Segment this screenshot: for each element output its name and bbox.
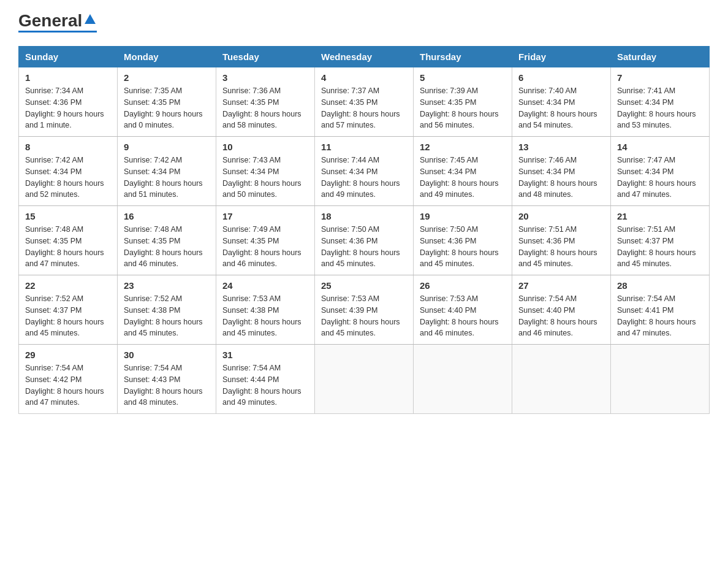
table-row: 20 Sunrise: 7:51 AMSunset: 4:36 PMDaylig… <box>512 206 611 275</box>
day-number: 13 <box>518 142 604 152</box>
table-row: 7 Sunrise: 7:41 AMSunset: 4:34 PMDayligh… <box>611 67 710 137</box>
day-info: Sunrise: 7:51 AMSunset: 4:36 PMDaylight:… <box>518 225 597 268</box>
col-thursday: Thursday <box>414 47 512 67</box>
table-row: 28 Sunrise: 7:54 AMSunset: 4:41 PMDaylig… <box>611 275 710 345</box>
day-info: Sunrise: 7:46 AMSunset: 4:34 PMDaylight:… <box>518 156 597 199</box>
day-info: Sunrise: 7:34 AMSunset: 4:36 PMDaylight:… <box>25 86 104 129</box>
col-tuesday: Tuesday <box>216 47 315 67</box>
table-row <box>414 345 512 414</box>
col-monday: Monday <box>118 47 216 67</box>
table-row: 15 Sunrise: 7:48 AMSunset: 4:35 PMDaylig… <box>19 206 118 275</box>
day-info: Sunrise: 7:53 AMSunset: 4:38 PMDaylight:… <box>222 294 301 337</box>
table-row: 27 Sunrise: 7:54 AMSunset: 4:40 PMDaylig… <box>512 275 611 345</box>
day-number: 26 <box>420 280 506 291</box>
day-info: Sunrise: 7:53 AMSunset: 4:39 PMDaylight:… <box>321 294 400 337</box>
col-friday: Friday <box>512 47 611 67</box>
table-row: 10 Sunrise: 7:43 AMSunset: 4:34 PMDaylig… <box>216 137 315 206</box>
day-number: 9 <box>124 142 210 152</box>
table-row: 26 Sunrise: 7:53 AMSunset: 4:40 PMDaylig… <box>414 275 512 345</box>
day-info: Sunrise: 7:41 AMSunset: 4:34 PMDaylight:… <box>617 86 696 129</box>
col-sunday: Sunday <box>19 47 118 67</box>
day-info: Sunrise: 7:50 AMSunset: 4:36 PMDaylight:… <box>321 225 400 268</box>
calendar-week-row: 15 Sunrise: 7:48 AMSunset: 4:35 PMDaylig… <box>19 206 710 275</box>
table-row: 9 Sunrise: 7:42 AMSunset: 4:34 PMDayligh… <box>118 137 216 206</box>
logo-triangle-icon <box>83 13 97 26</box>
day-number: 31 <box>222 350 308 360</box>
day-info: Sunrise: 7:52 AMSunset: 4:37 PMDaylight:… <box>25 294 104 337</box>
day-number: 6 <box>518 72 604 83</box>
day-info: Sunrise: 7:39 AMSunset: 4:35 PMDaylight:… <box>420 86 499 129</box>
table-row: 13 Sunrise: 7:46 AMSunset: 4:34 PMDaylig… <box>512 137 611 206</box>
day-number: 18 <box>321 211 407 221</box>
day-number: 8 <box>25 142 111 152</box>
day-info: Sunrise: 7:50 AMSunset: 4:36 PMDaylight:… <box>420 225 499 268</box>
day-number: 30 <box>124 350 210 360</box>
day-number: 3 <box>222 72 308 83</box>
table-row <box>512 345 611 414</box>
day-number: 12 <box>420 142 506 152</box>
day-number: 25 <box>321 280 407 291</box>
calendar-week-row: 1 Sunrise: 7:34 AMSunset: 4:36 PMDayligh… <box>19 67 710 137</box>
day-number: 11 <box>321 142 407 152</box>
day-info: Sunrise: 7:36 AMSunset: 4:35 PMDaylight:… <box>222 86 301 129</box>
day-number: 16 <box>124 211 210 221</box>
day-info: Sunrise: 7:35 AMSunset: 4:35 PMDaylight:… <box>124 86 203 129</box>
table-row: 29 Sunrise: 7:54 AMSunset: 4:42 PMDaylig… <box>19 345 118 414</box>
col-saturday: Saturday <box>611 47 710 67</box>
day-number: 4 <box>321 72 407 83</box>
day-info: Sunrise: 7:54 AMSunset: 4:41 PMDaylight:… <box>617 294 696 337</box>
table-row: 2 Sunrise: 7:35 AMSunset: 4:35 PMDayligh… <box>118 67 216 137</box>
day-info: Sunrise: 7:42 AMSunset: 4:34 PMDaylight:… <box>25 156 104 199</box>
day-number: 7 <box>617 72 703 83</box>
day-info: Sunrise: 7:49 AMSunset: 4:35 PMDaylight:… <box>222 225 301 268</box>
page-header: General <box>18 12 710 34</box>
table-row: 1 Sunrise: 7:34 AMSunset: 4:36 PMDayligh… <box>19 67 118 137</box>
day-info: Sunrise: 7:53 AMSunset: 4:40 PMDaylight:… <box>420 294 499 337</box>
day-number: 21 <box>617 211 703 221</box>
day-number: 23 <box>124 280 210 291</box>
table-row: 17 Sunrise: 7:49 AMSunset: 4:35 PMDaylig… <box>216 206 315 275</box>
table-row: 11 Sunrise: 7:44 AMSunset: 4:34 PMDaylig… <box>315 137 414 206</box>
table-row: 23 Sunrise: 7:52 AMSunset: 4:38 PMDaylig… <box>118 275 216 345</box>
day-info: Sunrise: 7:42 AMSunset: 4:34 PMDaylight:… <box>124 156 203 199</box>
day-info: Sunrise: 7:54 AMSunset: 4:42 PMDaylight:… <box>25 364 104 407</box>
table-row: 8 Sunrise: 7:42 AMSunset: 4:34 PMDayligh… <box>19 137 118 206</box>
table-row: 30 Sunrise: 7:54 AMSunset: 4:43 PMDaylig… <box>118 345 216 414</box>
day-number: 1 <box>25 72 111 83</box>
day-number: 19 <box>420 211 506 221</box>
table-row: 5 Sunrise: 7:39 AMSunset: 4:35 PMDayligh… <box>414 67 512 137</box>
day-number: 29 <box>25 350 111 360</box>
logo-divider <box>18 31 97 33</box>
day-number: 14 <box>617 142 703 152</box>
day-info: Sunrise: 7:48 AMSunset: 4:35 PMDaylight:… <box>124 225 203 268</box>
day-number: 20 <box>518 211 604 221</box>
table-row <box>315 345 414 414</box>
day-number: 22 <box>25 280 111 291</box>
table-row: 31 Sunrise: 7:54 AMSunset: 4:44 PMDaylig… <box>216 345 315 414</box>
table-row: 16 Sunrise: 7:48 AMSunset: 4:35 PMDaylig… <box>118 206 216 275</box>
table-row <box>611 345 710 414</box>
day-number: 10 <box>222 142 308 152</box>
day-info: Sunrise: 7:37 AMSunset: 4:35 PMDaylight:… <box>321 86 400 129</box>
table-row: 22 Sunrise: 7:52 AMSunset: 4:37 PMDaylig… <box>19 275 118 345</box>
table-row: 12 Sunrise: 7:45 AMSunset: 4:34 PMDaylig… <box>414 137 512 206</box>
table-row: 19 Sunrise: 7:50 AMSunset: 4:36 PMDaylig… <box>414 206 512 275</box>
table-row: 25 Sunrise: 7:53 AMSunset: 4:39 PMDaylig… <box>315 275 414 345</box>
table-row: 6 Sunrise: 7:40 AMSunset: 4:34 PMDayligh… <box>512 67 611 137</box>
calendar-week-row: 8 Sunrise: 7:42 AMSunset: 4:34 PMDayligh… <box>19 137 710 206</box>
day-info: Sunrise: 7:54 AMSunset: 4:44 PMDaylight:… <box>222 364 301 407</box>
calendar-header-row: Sunday Monday Tuesday Wednesday Thursday… <box>19 47 710 67</box>
col-wednesday: Wednesday <box>315 47 414 67</box>
day-info: Sunrise: 7:40 AMSunset: 4:34 PMDaylight:… <box>518 86 597 129</box>
table-row: 14 Sunrise: 7:47 AMSunset: 4:34 PMDaylig… <box>611 137 710 206</box>
table-row: 24 Sunrise: 7:53 AMSunset: 4:38 PMDaylig… <box>216 275 315 345</box>
day-number: 5 <box>420 72 506 83</box>
day-info: Sunrise: 7:44 AMSunset: 4:34 PMDaylight:… <box>321 156 400 199</box>
day-info: Sunrise: 7:54 AMSunset: 4:40 PMDaylight:… <box>518 294 597 337</box>
calendar-table: Sunday Monday Tuesday Wednesday Thursday… <box>18 46 710 414</box>
day-number: 24 <box>222 280 308 291</box>
day-info: Sunrise: 7:47 AMSunset: 4:34 PMDaylight:… <box>617 156 696 199</box>
logo-general-text: General <box>18 12 82 29</box>
day-info: Sunrise: 7:52 AMSunset: 4:38 PMDaylight:… <box>124 294 203 337</box>
table-row: 21 Sunrise: 7:51 AMSunset: 4:37 PMDaylig… <box>611 206 710 275</box>
